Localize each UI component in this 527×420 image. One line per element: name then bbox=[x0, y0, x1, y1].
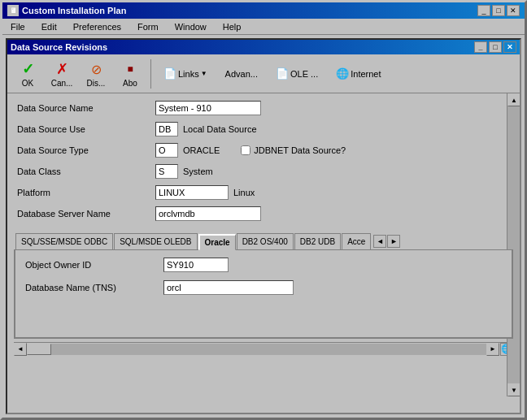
scroll-left-button[interactable]: ◄ bbox=[14, 343, 27, 356]
datasource-type-label: Data Source Type bbox=[17, 145, 155, 155]
tab-next-button[interactable]: ► bbox=[387, 235, 400, 248]
datasource-name-label: Data Source Name bbox=[17, 103, 155, 113]
dbserver-label: Database Server Name bbox=[17, 209, 155, 219]
tab-acce[interactable]: Acce bbox=[342, 233, 371, 249]
jdbnet-checkbox-area: JDBNET Data Source? bbox=[241, 145, 346, 155]
advan-button[interactable]: Advan... bbox=[218, 66, 265, 82]
scroll-right-button[interactable]: ► bbox=[486, 343, 499, 356]
platform-row: Platform Linux bbox=[17, 184, 510, 201]
inner-window: Data Source Revisions _ □ ✕ ✓ OK ✗ Can..… bbox=[6, 38, 521, 414]
datasource-type-static: ORACLE bbox=[183, 145, 220, 155]
inner-maximize-button[interactable]: □ bbox=[489, 41, 502, 53]
tab-prev-button[interactable]: ◄ bbox=[373, 235, 386, 248]
dataclass-static: System bbox=[183, 167, 213, 176]
scroll-down-button[interactable]: ▼ bbox=[507, 383, 520, 396]
minimize-button[interactable]: _ bbox=[477, 5, 490, 16]
dataclass-label: Data Class bbox=[17, 167, 155, 176]
toolbar: ✓ OK ✗ Can... ⊘ Dis... ■ Abo 📄 Lin bbox=[7, 54, 520, 93]
internet-globe-icon: 🌐 bbox=[336, 67, 349, 80]
disc-button[interactable]: ⊘ Dis... bbox=[81, 58, 111, 89]
tab-oledb[interactable]: SQL/MSDE OLEDB bbox=[114, 233, 197, 249]
database-name-input[interactable] bbox=[163, 280, 294, 295]
tab-db2os400[interactable]: DB2 OS/400 bbox=[237, 233, 294, 249]
dataclass-row: Data Class System bbox=[17, 163, 510, 180]
tabs-container: SQL/SSE/MSDE ODBC SQL/MSDE OLEDB Oracle … bbox=[14, 233, 513, 339]
menu-bar: File Edit Preferences Form Window Help bbox=[2, 19, 525, 35]
platform-label: Platform bbox=[17, 188, 155, 197]
jdbnet-label: JDBNET Data Source? bbox=[254, 145, 346, 155]
inner-close-button[interactable]: ✕ bbox=[503, 41, 516, 53]
menu-form[interactable]: Form bbox=[133, 20, 163, 33]
dbserver-input[interactable] bbox=[155, 206, 261, 221]
tab-db2udb[interactable]: DB2 UDB bbox=[294, 233, 341, 249]
inner-window-title: Data Source Revisions bbox=[11, 42, 107, 52]
links-button[interactable]: 📄 Links ▼ bbox=[156, 64, 215, 83]
ole-label: OLE ... bbox=[290, 69, 318, 79]
cancel-label: Can... bbox=[51, 79, 73, 88]
ok-button[interactable]: ✓ OK bbox=[12, 58, 43, 89]
platform-static: Linux bbox=[233, 188, 255, 197]
abort-button[interactable]: ■ Abo bbox=[115, 58, 146, 89]
maximize-button[interactable]: □ bbox=[492, 5, 505, 16]
horizontal-scrollbar: ◄ ► 🌐 bbox=[14, 342, 513, 355]
cancel-button[interactable]: ✗ Can... bbox=[46, 58, 77, 89]
tab-oracle[interactable]: Oracle bbox=[198, 234, 236, 250]
internet-label: Internet bbox=[351, 69, 381, 79]
platform-input[interactable] bbox=[155, 185, 229, 200]
links-dropdown-icon: ▼ bbox=[201, 70, 207, 77]
dbserver-row: Database Server Name bbox=[17, 206, 510, 222]
vertical-scrollbar: ▲ ▼ bbox=[507, 93, 520, 396]
dataclass-input[interactable] bbox=[155, 164, 178, 179]
title-bar: 🖥 Custom Installation Plan _ □ ✕ bbox=[2, 2, 525, 19]
datasource-use-input[interactable] bbox=[155, 122, 178, 136]
datasource-name-input[interactable] bbox=[155, 101, 261, 115]
tab-panel-oracle: Object Owner ID Database Name (TNS) bbox=[14, 249, 513, 339]
menu-preferences[interactable]: Preferences bbox=[68, 20, 126, 33]
abort-label: Abo bbox=[123, 79, 137, 88]
object-owner-label: Object Owner ID bbox=[25, 260, 163, 270]
ok-label: OK bbox=[22, 79, 33, 88]
datasource-name-row: Data Source Name bbox=[17, 100, 510, 116]
datasource-use-label: Data Source Use bbox=[17, 124, 155, 134]
links-label: Links bbox=[178, 69, 199, 79]
window-title: Custom Installation Plan bbox=[22, 6, 126, 15]
internet-button[interactable]: 🌐 Internet bbox=[329, 64, 388, 83]
database-name-label: Database Name (TNS) bbox=[25, 283, 163, 292]
menu-help[interactable]: Help bbox=[218, 20, 246, 33]
abort-icon: ■ bbox=[120, 59, 140, 79]
inner-minimize-button[interactable]: _ bbox=[474, 41, 487, 53]
datasource-type-row: Data Source Type ORACLE JDBNET Data Sour… bbox=[17, 142, 510, 158]
scroll-thumb[interactable] bbox=[27, 344, 51, 355]
disc-label: Dis... bbox=[87, 79, 106, 88]
datasource-type-input[interactable] bbox=[155, 143, 178, 158]
menu-file[interactable]: File bbox=[6, 20, 30, 33]
menu-edit[interactable]: Edit bbox=[37, 20, 62, 33]
app-icon: 🖥 bbox=[7, 5, 19, 16]
datasource-use-static: Local Data Source bbox=[183, 124, 257, 134]
object-owner-row: Object Owner ID bbox=[25, 257, 502, 273]
links-doc-icon: 📄 bbox=[163, 67, 176, 80]
ole-doc-icon: 📄 bbox=[276, 67, 289, 80]
jdbnet-checkbox[interactable] bbox=[241, 145, 250, 155]
ok-icon: ✓ bbox=[18, 59, 37, 79]
advan-label: Advan... bbox=[225, 69, 258, 79]
menu-window[interactable]: Window bbox=[170, 20, 211, 33]
datasource-use-row: Data Source Use Local Data Source bbox=[17, 121, 510, 137]
cancel-icon: ✗ bbox=[52, 59, 72, 79]
toolbar-separator bbox=[150, 59, 151, 89]
ole-button[interactable]: 📄 OLE ... bbox=[268, 64, 325, 83]
inner-title-bar: Data Source Revisions _ □ ✕ bbox=[7, 40, 520, 54]
disc-icon: ⊘ bbox=[86, 59, 106, 79]
scroll-up-button[interactable]: ▲ bbox=[507, 93, 520, 106]
database-name-row: Database Name (TNS) bbox=[25, 279, 502, 296]
object-owner-input[interactable] bbox=[163, 258, 229, 272]
main-form: Data Source Name Data Source Use Local D… bbox=[7, 93, 520, 233]
close-button[interactable]: ✕ bbox=[507, 5, 520, 16]
tab-odbc[interactable]: SQL/SSE/MSDE ODBC bbox=[15, 233, 113, 249]
